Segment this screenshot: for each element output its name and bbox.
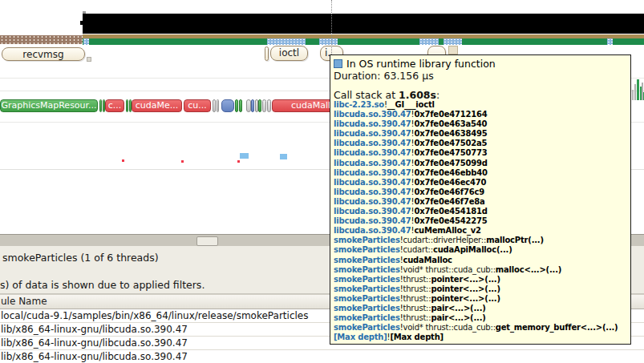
call-stack-line: libcuda.so.390.47!0x7fe0e454181d [334, 207, 630, 216]
activity-sliver[interactable] [217, 99, 219, 112]
cuda-call-bar[interactable]: c... [105, 99, 124, 112]
call-stack-line: libc-2.23.so!__GI___ioctl [334, 100, 630, 110]
histogram-bar [634, 84, 636, 100]
os-runtime-track[interactable] [83, 38, 644, 45]
recvmsg-label: recvmsg [22, 49, 63, 60]
scrollbar-thumb[interactable] [196, 236, 218, 246]
highlight-segment[interactable] [419, 38, 439, 45]
call-stack-line: smokeParticles!thrust::pair<...>(...) [334, 304, 630, 313]
call-stack-line: libcuda.so.390.47!0x7fe0e463a540 [334, 119, 630, 129]
timeline-overview-bar[interactable] [83, 14, 644, 34]
tooltip-header: In OS runtime library function [334, 58, 630, 70]
cuda-call-bar[interactable]: cu... [184, 99, 211, 112]
duration-text: Duration: 63.156 µs [334, 70, 630, 82]
callstack-suffix: : [436, 89, 439, 101]
cuda-memcpy-bar[interactable]: cudaMe... [132, 99, 182, 112]
activity-sliver[interactable] [126, 99, 128, 112]
call-stack-line: libcuda.so.390.47!0x7fe0e4712164 [334, 110, 630, 119]
call-stack-line: libcuda.so.390.47!cuMemAlloc_v2 [334, 226, 630, 236]
highlight-segment[interactable] [444, 38, 462, 45]
call-stack-line: libcuda.so.390.47!0x7fe0e46ec470 [334, 178, 630, 188]
event-dot[interactable] [181, 160, 184, 163]
graphics-map-resources-bar[interactable]: GraphicsMapResour... [0, 99, 98, 112]
activity-sliver[interactable] [258, 99, 261, 112]
module-path: local/cuda-9.1/samples/bin/x86_64/linux/… [1, 310, 308, 321]
selected-range-track[interactable] [0, 35, 83, 44]
memcpy-marker[interactable] [240, 153, 249, 159]
module-path: lib/x86_64-linux-gnu/libcuda.so.390.47 [1, 337, 188, 349]
call-stack-line: libcuda.so.390.47!0x7fe0e46ebb40 [334, 168, 630, 178]
call-stack-line: libcuda.so.390.47!0x7fe0e4638495 [334, 129, 630, 139]
highlight-segment[interactable] [319, 38, 338, 45]
bar-label: c... [108, 100, 122, 111]
time-cursor-line [331, 0, 332, 54]
activity-sliver[interactable] [99, 99, 102, 112]
profiler-window: recvmsg ioctl i... ... GraphicsMapResour… [0, 0, 644, 363]
call-stack-line: libcuda.so.390.47!0x7fe0e47502a5 [334, 139, 630, 148]
tooltip-spacer [334, 82, 630, 89]
histogram-bar [637, 79, 639, 100]
recvmsg-interval-button[interactable]: recvmsg [2, 47, 85, 61]
highlight-segment[interactable] [83, 38, 89, 45]
call-stack-line: smokeParticles!thrust::pointer<...>(...) [334, 275, 630, 284]
tiny-interval-fragment[interactable] [87, 57, 91, 62]
call-stack-line: smokeParticles!void* thrust::cuda_cub::m… [334, 265, 630, 275]
call-stack-line: libcuda.so.390.47!0x7fe0e475099d [334, 159, 630, 168]
call-stack-line: smokeParticles!void* thrust::cuda_cub::g… [334, 323, 630, 333]
activity-sliver[interactable] [262, 99, 266, 112]
activity-sliver[interactable] [235, 99, 238, 112]
callstack-prefix: Call stack at [334, 89, 399, 101]
call-stack-line: smokeParticles!thrust::pair<...>(...) [334, 313, 630, 323]
event-dot[interactable] [122, 159, 124, 162]
call-stack-line: libcuda.so.390.47!0x7fe0e46f7e8a [334, 197, 630, 207]
activity-sliver[interactable] [267, 99, 271, 112]
call-stack-line: libcuda.so.390.47!0x7fe0e4750773 [334, 148, 630, 158]
call-stack-line: smokeParticles!thrust::pointer<...>(...) [334, 294, 630, 304]
event-dot[interactable] [237, 160, 240, 163]
tooltip-title: In OS runtime library function [346, 58, 496, 70]
call-stack-line: smokeParticles!cudart::driverHelper::mal… [334, 236, 630, 245]
memcpy-marker[interactable] [280, 154, 287, 159]
clipped-interval-button[interactable] [265, 46, 269, 61]
os-runtime-color-swatch-icon [334, 59, 342, 68]
bar-label: GraphicsMapResour... [1, 100, 96, 111]
call-stack-line: libcuda.so.390.47!0x7fe0e46f76c9 [334, 188, 630, 197]
call-stack-line: smokeParticles!cudart::cudaApiMalloc(...… [334, 245, 630, 255]
activity-sliver[interactable] [239, 99, 242, 112]
activity-sliver[interactable] [213, 99, 216, 112]
module-path: lib/x86_64-linux-gnu/libcuda.so.390.47 [1, 351, 188, 362]
thread-info-text: smokeParticles (1 of 6 threads) [2, 252, 159, 264]
tiny-interval-fragment[interactable] [448, 46, 458, 54]
bar-label: cu... [188, 100, 207, 111]
timeline-overview-nub [80, 21, 83, 25]
table-row[interactable]: lib/x86_64-linux-gnu/libcuda.so.390.47 [0, 350, 644, 363]
module-path: lib/x86_64-linux-gnu/libcuda.so.390.47 [1, 324, 188, 335]
ioctl-label: ioctl [279, 47, 299, 58]
sync-interval-bar[interactable] [221, 99, 234, 112]
bar-label: cudaMe... [136, 100, 179, 111]
filter-notice-text: s) of data is shown due to applied filte… [0, 279, 205, 291]
callstack-heading: Call stack at 1.608s: [334, 89, 630, 100]
module-name-column-label: ule Name [1, 296, 47, 307]
callstack-tooltip: In OS runtime library function Duration:… [330, 54, 631, 345]
call-stack-line: smokeParticles!thrust::pointer<...>(...) [334, 284, 630, 294]
callstack-time: 1.608s [399, 89, 436, 101]
call-stack-line: smokeParticles!cudaMalloc [334, 256, 630, 265]
call-stack-line: libcuda.so.390.47!0x7fe0e4542275 [334, 216, 630, 226]
highlight-segment[interactable] [607, 38, 613, 45]
call-stack-line: [Max depth]![Max depth] [334, 333, 630, 342]
activity-sliver[interactable] [251, 99, 254, 112]
ioctl-interval-button[interactable]: ioctl [270, 46, 308, 61]
highlight-segment[interactable] [267, 38, 306, 45]
histogram-bar [632, 90, 634, 100]
